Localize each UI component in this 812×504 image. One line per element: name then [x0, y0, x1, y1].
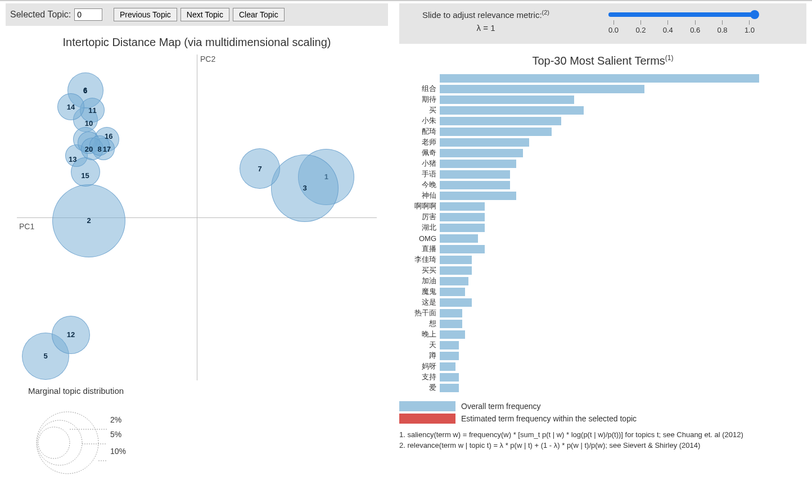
marginal-distribution-legend: Marginal topic distribution 2% 5% 10% — [6, 386, 174, 478]
bar-term-label: 李佳琦 — [399, 255, 440, 265]
bar-fill — [440, 117, 561, 125]
bar-row[interactable]: 啊啊啊 — [399, 201, 759, 212]
selected-topic-input[interactable] — [74, 8, 102, 21]
bar-fill — [440, 256, 472, 264]
bar-row[interactable]: 妈呀 — [399, 361, 759, 372]
bar-row[interactable]: 想 — [399, 319, 759, 329]
bar-fill — [440, 266, 472, 275]
topic-bubble-2[interactable]: 2 — [52, 184, 125, 257]
svg-point-0 — [37, 412, 98, 474]
topic-bubble-14[interactable] — [57, 93, 84, 120]
bar-row[interactable] — [399, 73, 759, 84]
bar-row[interactable]: 晚上 — [399, 329, 759, 340]
bar-row[interactable]: 佩奇 — [399, 148, 759, 158]
bar-fill — [440, 181, 510, 189]
bar-term-label: 支持 — [399, 372, 440, 382]
bar-row[interactable]: 李佳琦 — [399, 255, 759, 265]
axis-pc2-label: PC2 — [200, 55, 215, 63]
bar-row[interactable]: 魔鬼 — [399, 287, 759, 297]
bar-fill — [440, 298, 472, 307]
bar-row[interactable]: 手语 — [399, 169, 759, 180]
topic-bubble-3[interactable]: 3 — [271, 155, 339, 222]
slider-tick: 1.0 — [745, 20, 755, 34]
topic-bubble-8[interactable] — [89, 135, 110, 156]
bar-row[interactable]: 老师 — [399, 137, 759, 148]
bar-term-label: 爱 — [399, 383, 440, 393]
bar-fill — [440, 288, 465, 296]
bar-fill — [440, 245, 485, 253]
bar-row[interactable]: 期待 — [399, 94, 759, 105]
marginal-pct-5: 5% — [110, 430, 121, 439]
slider-ticks: 0.00.20.40.60.81.0 — [608, 20, 755, 34]
bar-row[interactable]: 今晚 — [399, 180, 759, 190]
axis-pc1-label: PC1 — [19, 222, 34, 231]
bar-term-label: 蹲 — [399, 351, 440, 361]
bar-term-label: 老师 — [399, 137, 440, 147]
bar-row[interactable]: 这是 — [399, 297, 759, 308]
marginal-circles-icon — [6, 398, 146, 476]
bar-term-label: 厉害 — [399, 212, 440, 222]
bar-row[interactable]: 神仙 — [399, 190, 759, 201]
bar-term-label: 买 — [399, 105, 440, 115]
topic-bubble-12[interactable]: 12 — [52, 316, 90, 354]
bar-row[interactable]: 天 — [399, 340, 759, 351]
previous-topic-button[interactable]: Previous Topic — [114, 8, 177, 21]
bar-row[interactable]: 支持 — [399, 372, 759, 383]
bar-fill — [440, 128, 552, 136]
bar-row[interactable]: 热干面 — [399, 308, 759, 319]
topic-bubble-7[interactable]: 7 — [240, 148, 280, 189]
bar-row[interactable]: 厉害 — [399, 212, 759, 223]
lambda-slider-thumb[interactable] — [750, 10, 759, 19]
bar-term-label: 啊啊啊 — [399, 201, 440, 211]
bar-row[interactable]: 加油 — [399, 276, 759, 287]
bar-term-label: 晚上 — [399, 329, 440, 339]
bar-row[interactable]: 小猪 — [399, 158, 759, 169]
mds-title: Intertopic Distance Map (via multidimens… — [6, 36, 388, 49]
bar-term-label: 手语 — [399, 169, 440, 179]
bar-term-label: 湖北 — [399, 223, 440, 233]
bar-term-label: 神仙 — [399, 190, 440, 201]
clear-topic-button[interactable]: Clear Topic — [233, 8, 285, 21]
bar-row[interactable]: 小朱 — [399, 116, 759, 126]
next-topic-button[interactable]: Next Topic — [181, 8, 229, 21]
slider-tick: 0.6 — [690, 20, 700, 34]
lambda-slider[interactable] — [608, 12, 755, 17]
right-panel: Slide to adjust relevance metric:(2) λ =… — [388, 3, 806, 478]
lambda-value-label: λ = 1 — [407, 23, 565, 33]
axis-pc2-line — [197, 55, 197, 380]
svg-point-2 — [38, 427, 70, 458]
bar-fill — [440, 234, 478, 243]
bar-row[interactable]: 组合 — [399, 84, 759, 94]
bar-term-label: OMG — [399, 234, 440, 243]
bar-fill — [440, 149, 523, 157]
bar-row[interactable]: 爱 — [399, 383, 759, 393]
bar-term-label: 天 — [399, 340, 440, 350]
topic-bubble-15[interactable] — [71, 157, 100, 187]
bar-row[interactable]: 直播 — [399, 244, 759, 255]
bar-term-label: 直播 — [399, 244, 440, 254]
slider-tick: 0.8 — [718, 20, 728, 34]
bar-row[interactable]: 配琦 — [399, 126, 759, 137]
bar-term-label: 加油 — [399, 276, 440, 286]
salient-terms-title-text: Top-30 Most Salient Terms — [532, 55, 665, 67]
bar-row[interactable]: 买买 — [399, 265, 759, 276]
marginal-pct-10: 10% — [110, 447, 126, 456]
bar-term-label: 佩奇 — [399, 148, 440, 158]
bar-fill — [440, 138, 529, 147]
bar-fill — [440, 170, 510, 179]
bar-term-label: 买买 — [399, 265, 440, 275]
bar-term-label: 今晚 — [399, 180, 440, 190]
salient-terms-title-sup: (1) — [665, 54, 674, 62]
intertopic-distance-map: PC1 PC2 12356712614111016171320815 — [17, 55, 377, 380]
bar-row[interactable]: 买 — [399, 105, 759, 116]
footnotes: 1. saliency(term w) = frequency(w) * [su… — [399, 429, 806, 451]
legend-swatch-within — [399, 414, 455, 424]
legend-swatch-overall — [399, 401, 455, 411]
bar-row[interactable]: OMG — [399, 233, 759, 244]
bar-row[interactable]: 湖北 — [399, 223, 759, 233]
bar-term-label: 这是 — [399, 297, 440, 307]
bar-row[interactable]: 蹲 — [399, 351, 759, 361]
legend: Overall term frequency Estimated term fr… — [399, 401, 806, 424]
bar-term-label: 小朱 — [399, 116, 440, 126]
salient-terms-title: Top-30 Most Salient Terms(1) — [399, 54, 806, 67]
